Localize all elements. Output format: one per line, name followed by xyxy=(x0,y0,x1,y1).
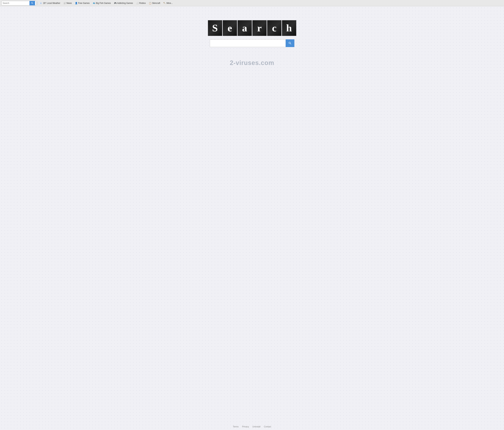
bookmark-label: News xyxy=(67,2,72,4)
bookmark-label: Mine... xyxy=(166,2,173,4)
mine-icon: ⛏ xyxy=(163,2,166,4)
roblox-icon: ⬜ xyxy=(136,2,139,4)
logo-letter-e: e xyxy=(228,23,232,33)
logo-tile-r: r xyxy=(252,20,267,36)
bookmark-label: Roblox xyxy=(139,2,146,4)
logo-letter-r: r xyxy=(257,23,262,33)
toolbar-bookmarks: 🌡 28° Local Weather 📰 News 👤 Free Games … xyxy=(38,1,174,5)
bookmark-label: 28° Local Weather xyxy=(43,2,60,4)
toolbar-search-box[interactable] xyxy=(1,1,36,5)
logo-tile-a: a xyxy=(238,20,252,36)
bookmark-label: Free Games xyxy=(78,2,90,4)
bigfish-icon: 🐟 xyxy=(93,2,95,4)
toolbar-divider xyxy=(37,1,37,5)
main-content: S e a r c h 2-viruses.com xyxy=(0,6,504,423)
footer-privacy[interactable]: Privacy xyxy=(242,425,249,428)
logo-letter-c: c xyxy=(272,23,277,33)
logo-letter-a: a xyxy=(242,23,247,33)
addicting-icon: 🎮 xyxy=(114,2,117,4)
toolbar-search-input[interactable] xyxy=(1,1,29,5)
main-search-bar xyxy=(210,39,294,47)
bookmark-big-fish[interactable]: 🐟 Big Fish Games xyxy=(91,1,112,5)
watermark-text: 2-viruses.com xyxy=(230,59,274,67)
logo-tile-c: c xyxy=(267,20,281,36)
main-search-input[interactable] xyxy=(210,39,286,47)
bookmark-label: Skincraft xyxy=(152,2,160,4)
footer-terms[interactable]: Terms xyxy=(233,425,239,428)
weather-icon: 🌡 xyxy=(40,2,42,4)
news-icon: 📰 xyxy=(63,2,66,4)
footer-contact[interactable]: Contact xyxy=(264,425,271,428)
logo-letter-h: h xyxy=(286,23,292,33)
logo-tile-e: e xyxy=(223,20,237,36)
main-search-button[interactable] xyxy=(286,39,294,47)
free-games-icon: 👤 xyxy=(75,2,77,4)
toolbar-search-icon xyxy=(31,2,34,4)
logo-container: S e a r c h xyxy=(208,20,296,36)
bookmark-news[interactable]: 📰 News xyxy=(62,1,73,5)
logo-tile-h: h xyxy=(282,20,296,36)
bookmark-free-games[interactable]: 👤 Free Games xyxy=(73,1,91,5)
bookmark-local-weather[interactable]: 🌡 28° Local Weather xyxy=(38,1,62,5)
bookmark-roblox[interactable]: ⬜ Roblox xyxy=(135,1,147,5)
bookmark-label: Big Fish Games xyxy=(96,2,111,4)
bookmark-mine[interactable]: ⛏ Mine... xyxy=(162,1,174,5)
toolbar-search-button[interactable] xyxy=(29,1,35,5)
logo-tile-S: S xyxy=(208,20,222,36)
browser-toolbar: 🌡 28° Local Weather 📰 News 👤 Free Games … xyxy=(0,0,504,6)
bookmark-addicting[interactable]: 🎮 Addicting Games xyxy=(113,1,134,5)
bookmark-skincraft[interactable]: 📋 Skincraft xyxy=(147,1,162,5)
skincraft-icon: 📋 xyxy=(149,2,151,4)
logo-letter-S: S xyxy=(212,23,218,33)
main-search-icon xyxy=(288,41,292,45)
bookmark-label: Addicting Games xyxy=(117,2,133,4)
footer-uninstall[interactable]: Uninstall xyxy=(252,425,260,428)
footer: Terms Privacy Uninstall Contact xyxy=(0,423,504,430)
